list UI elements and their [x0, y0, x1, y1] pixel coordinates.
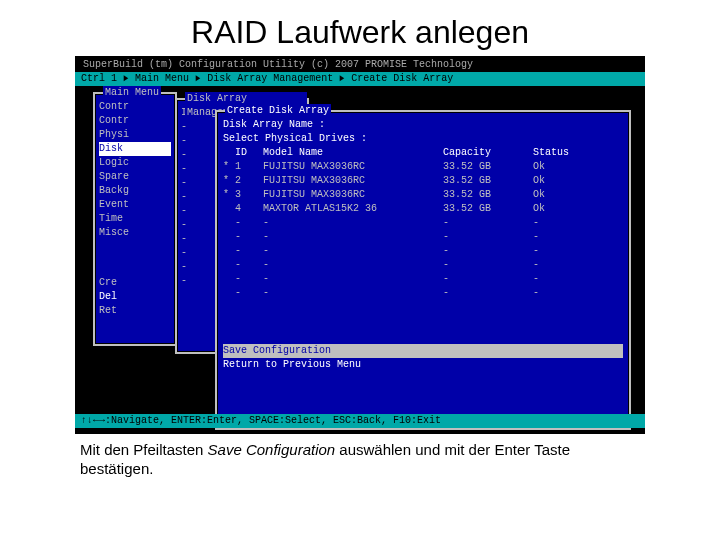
drive-row-empty: ---- — [223, 286, 623, 300]
breadcrumb-cda: Create Disk Array — [351, 73, 453, 84]
bios-terminal: SuperBuild (tm) Configuration Utility (c… — [75, 56, 645, 434]
drive-id: 3 — [235, 188, 263, 202]
col-capacity: Capacity — [443, 146, 533, 160]
drive-row-empty: ---- — [223, 230, 623, 244]
menu-item[interactable]: Contr — [99, 114, 171, 128]
menu-item[interactable]: Contr — [99, 100, 171, 114]
check-icon: * — [223, 188, 235, 202]
main-menu-title: Main Menu — [103, 86, 161, 100]
drive-model: MAXTOR ATLAS15K2 36 — [263, 202, 443, 216]
menu-item[interactable]: Backg — [99, 184, 171, 198]
menu-item-disk[interactable]: Disk — [99, 142, 171, 156]
menu-item[interactable]: Del — [99, 290, 171, 304]
breadcrumb-ctrl: Ctrl 1 — [81, 73, 117, 84]
menu-item[interactable]: Ret — [99, 304, 171, 318]
menu-item[interactable]: Spare — [99, 170, 171, 184]
check-icon: * — [223, 174, 235, 188]
chevron-right-icon: ► — [196, 72, 201, 86]
drive-capacity: 33.52 GB — [443, 160, 533, 174]
drive-model: FUJITSU MAX3036RC — [263, 174, 443, 188]
main-menu-window: Main Menu Contr Contr Physi Disk Logic S… — [93, 92, 177, 346]
breadcrumb-main: Main Menu — [135, 73, 189, 84]
drive-capacity: 33.52 GB — [443, 174, 533, 188]
drive-table-header: ID Model Name Capacity Status — [223, 146, 623, 160]
chevron-right-icon: ► — [340, 72, 345, 86]
page-title: RAID Laufwerk anlegen — [0, 0, 720, 53]
drive-model: FUJITSU MAX3036RC — [263, 160, 443, 174]
menu-item[interactable]: Physi — [99, 128, 171, 142]
drive-capacity: 33.52 GB — [443, 188, 533, 202]
col-status: Status — [533, 146, 583, 160]
menu-item[interactable]: Event — [99, 198, 171, 212]
drive-status: Ok — [533, 174, 583, 188]
select-drives-label: Select Physical Drives : — [223, 132, 623, 146]
menu-item[interactable]: Time — [99, 212, 171, 226]
menu-item[interactable]: Cre — [99, 276, 171, 290]
chevron-right-icon: ► — [124, 72, 129, 86]
key-hints: ↑↓←→:Navigate, ENTER:Enter, SPACE:Select… — [75, 414, 645, 428]
drive-row[interactable]: * 2 FUJITSU MAX3036RC 33.52 GB Ok — [223, 174, 623, 188]
drive-row-empty: ---- — [223, 216, 623, 230]
drive-status: Ok — [533, 160, 583, 174]
check-icon — [223, 202, 235, 216]
drive-capacity: 33.52 GB — [443, 202, 533, 216]
drive-row-empty: ---- — [223, 258, 623, 272]
menu-item[interactable]: Misce — [99, 226, 171, 240]
breadcrumb: Ctrl 1 ► Main Menu ► Disk Array Manageme… — [75, 72, 645, 86]
breadcrumb-dam: Disk Array Management — [207, 73, 333, 84]
drive-row-empty: ---- — [223, 244, 623, 258]
drive-model: FUJITSU MAX3036RC — [263, 188, 443, 202]
drive-status: Ok — [533, 188, 583, 202]
caption-a: Mit den Pfeiltasten — [80, 441, 208, 458]
slide-caption: Mit den Pfeiltasten Save Configuration a… — [80, 440, 640, 478]
save-configuration-button[interactable]: Save Configuration — [223, 344, 623, 358]
return-previous-button[interactable]: Return to Previous Menu — [223, 358, 623, 372]
disk-array-name-label: Disk Array Name : — [223, 118, 623, 132]
col-id: ID — [235, 146, 263, 160]
drive-status: Ok — [533, 202, 583, 216]
cda-title: Create Disk Array — [225, 104, 331, 118]
col-model: Model Name — [263, 146, 443, 160]
check-icon: * — [223, 160, 235, 174]
drive-id: 4 — [235, 202, 263, 216]
drive-row[interactable]: 4 MAXTOR ATLAS15K2 36 33.52 GB Ok — [223, 202, 623, 216]
drive-id: 1 — [235, 160, 263, 174]
drive-row[interactable]: * 3 FUJITSU MAX3036RC 33.52 GB Ok — [223, 188, 623, 202]
caption-emph: Save Configuration — [208, 441, 336, 458]
utility-header: SuperBuild (tm) Configuration Utility (c… — [83, 58, 473, 72]
drive-id: 2 — [235, 174, 263, 188]
drive-row[interactable]: * 1 FUJITSU MAX3036RC 33.52 GB Ok — [223, 160, 623, 174]
menu-item[interactable]: Logic — [99, 156, 171, 170]
drive-row-empty: ---- — [223, 272, 623, 286]
create-disk-array-window: Create Disk Array Disk Array Name : Sele… — [215, 110, 631, 430]
